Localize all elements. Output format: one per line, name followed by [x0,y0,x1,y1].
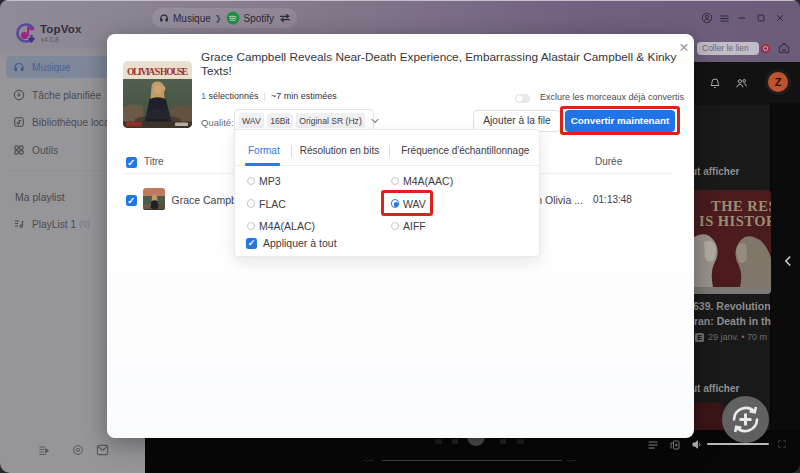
svg-text:OLIVIA'S HOUSE: OLIVIA'S HOUSE [127,67,188,77]
svg-text:IS HISTOR: IS HISTOR [699,213,771,229]
svg-text:THE RES: THE RES [711,198,771,214]
